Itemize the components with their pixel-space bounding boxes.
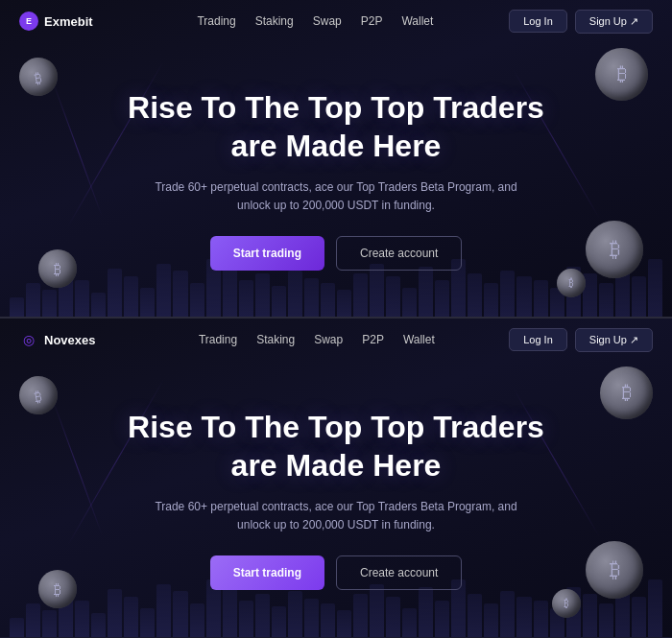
nav-links: Trading Staking Swap P2P Wallet [122, 14, 510, 28]
create-account-button-s2[interactable]: Create account [336, 555, 462, 590]
nav-links-s2: Trading Staking Swap P2P Wallet [124, 333, 509, 346]
hero-section1: Rise To The Top Top Traders are Made Her… [0, 42, 672, 317]
logo-text-novexes: Novexes [44, 333, 95, 347]
nav-trading[interactable]: Trading [197, 14, 235, 28]
logo-exmebit: E Exmebit [19, 12, 93, 31]
hero-buttons: Start trading Create account [210, 236, 463, 271]
nav-wallet-s2[interactable]: Wallet [403, 333, 435, 346]
section-novexes: ₿ ₿ ₿ ₿ ₿ ◎ Novexes Trading Staking Swap… [0, 319, 672, 637]
hero-title: Rise To The Top Top Traders are Made Her… [128, 88, 544, 165]
navbar-section2: ◎ Novexes Trading Staking Swap P2P Walle… [0, 319, 672, 361]
nav-staking[interactable]: Staking [255, 14, 294, 28]
create-account-button[interactable]: Create account [336, 236, 462, 271]
hero-subtitle: Trade 60+ perpetual contracts, ace our T… [154, 178, 518, 215]
signup-button[interactable]: Sign Up ↗ [575, 10, 653, 34]
logo-text: Exmebit [44, 14, 93, 29]
signup-button-s2[interactable]: Sign Up ↗ [575, 328, 653, 352]
navbar-section1: E Exmebit Trading Staking Swap P2P Walle… [0, 0, 672, 42]
nav-p2p[interactable]: P2P [361, 14, 383, 28]
hero-section2: Rise To The Top Top Traders are Made Her… [0, 361, 672, 637]
nav-trading-s2[interactable]: Trading [199, 333, 237, 346]
logo-novexes: ◎ Novexes [19, 330, 95, 349]
nav-swap[interactable]: Swap [313, 14, 342, 28]
nav-staking-s2[interactable]: Staking [256, 333, 295, 346]
hero-title-s2: Rise To The Top Top Traders are Made Her… [128, 408, 544, 484]
hero-buttons-s2: Start trading Create account [210, 555, 463, 590]
nav-actions-s2: Log In Sign Up ↗ [509, 328, 653, 352]
login-button[interactable]: Log In [509, 10, 567, 33]
nav-p2p-s2[interactable]: P2P [362, 333, 384, 346]
logo-icon-novexes: ◎ [19, 330, 38, 349]
nav-wallet[interactable]: Wallet [401, 14, 433, 28]
start-trading-button[interactable]: Start trading [210, 236, 324, 271]
hero-subtitle-s2: Trade 60+ perpetual contracts, ace our T… [154, 498, 518, 534]
nav-actions: Log In Sign Up ↗ [509, 10, 653, 34]
login-button-s2[interactable]: Log In [509, 328, 567, 351]
nav-swap-s2[interactable]: Swap [314, 333, 343, 346]
section-exmebit: ₿ ₿ ₿ ₿ ₿ E Exmebit Trading Staking Swap… [0, 0, 672, 319]
logo-icon: E [19, 12, 38, 31]
start-trading-button-s2[interactable]: Start trading [210, 555, 324, 590]
